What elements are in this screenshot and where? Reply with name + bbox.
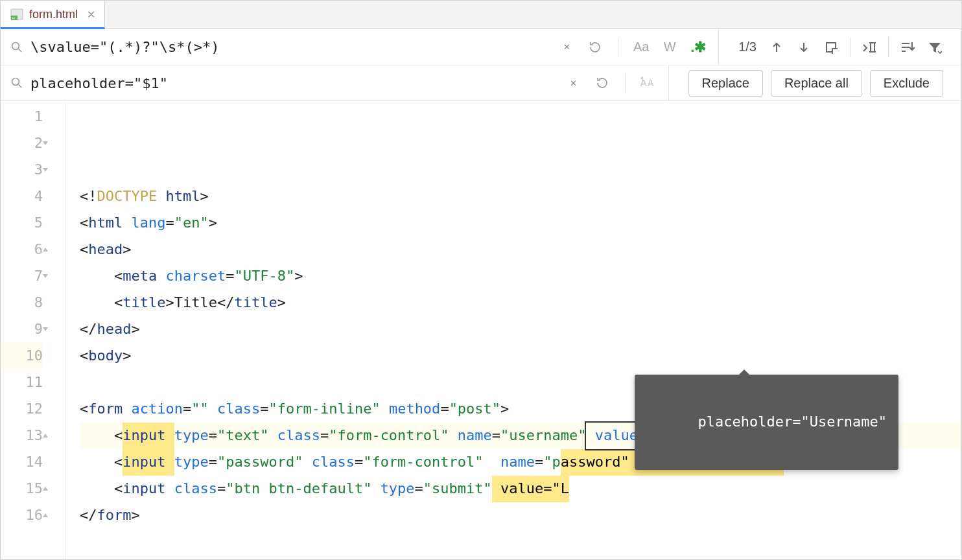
- editor-tab[interactable]: H form.html ✕: [1, 1, 105, 29]
- svg-text:A: A: [640, 78, 647, 88]
- code-line[interactable]: <input type="password" class="form-contr…: [80, 449, 961, 476]
- search-icon: [10, 76, 24, 90]
- find-right-panel: 1/3: [718, 29, 955, 65]
- select-all-icon[interactable]: [823, 39, 839, 56]
- replace-buttons: Replace Replace all Exclude: [668, 65, 956, 100]
- svg-marker-17: [929, 43, 941, 52]
- clear-find-icon[interactable]: ✕: [558, 39, 575, 56]
- find-row: ✕ Aa W .✱ 1/3: [1, 29, 961, 65]
- match-counter: 1/3: [738, 40, 757, 54]
- code-line[interactable]: <input class="btn btn-default" type="sub…: [80, 476, 961, 502]
- replace-all-button[interactable]: Replace all: [771, 70, 862, 97]
- svg-rect-8: [832, 49, 838, 54]
- svg-text:H: H: [12, 16, 15, 20]
- code-line[interactable]: <input type="text" class="form-control" …: [80, 423, 961, 449]
- code-line[interactable]: <form action="" class="form-inline" meth…: [80, 396, 961, 423]
- prev-match-icon[interactable]: [768, 39, 785, 56]
- next-match-icon[interactable]: [795, 39, 812, 56]
- exclude-button[interactable]: Exclude: [870, 70, 943, 97]
- find-history-icon[interactable]: [587, 39, 604, 56]
- code-line[interactable]: <meta charset="UTF-8">: [80, 263, 961, 290]
- html-file-icon: H: [10, 7, 24, 21]
- find-input[interactable]: [30, 39, 552, 55]
- replace-row-icons: ✕ AA: [565, 74, 662, 92]
- replace-row: ✕ AA Replace Replace all Exclude: [1, 65, 961, 100]
- code-line[interactable]: <html lang="en">: [80, 210, 961, 237]
- close-icon[interactable]: ✕: [87, 8, 95, 21]
- svg-point-3: [12, 42, 19, 49]
- svg-marker-27: [43, 434, 48, 438]
- filter-icon[interactable]: [926, 39, 943, 56]
- svg-text:A: A: [648, 78, 654, 88]
- code-line[interactable]: <body>: [80, 343, 961, 369]
- find-row-icons: ✕ Aa W .✱: [558, 38, 712, 56]
- code-line[interactable]: <title>Title</title>: [80, 290, 961, 316]
- svg-line-19: [19, 85, 22, 88]
- clear-replace-icon[interactable]: ✕: [565, 75, 582, 91]
- code-line[interactable]: <!DOCTYPE html>: [80, 183, 961, 210]
- svg-line-4: [19, 49, 22, 52]
- line-gutter: 12345678910111213141516: [1, 101, 65, 560]
- code-line[interactable]: <head>: [80, 237, 961, 263]
- code-editor[interactable]: 12345678910111213141516 placeholder="Use…: [1, 101, 961, 560]
- code-area[interactable]: placeholder="Username" <!DOCTYPE html><h…: [65, 101, 961, 560]
- code-line[interactable]: [80, 369, 961, 396]
- search-icon: [10, 40, 24, 54]
- svg-marker-24: [43, 248, 48, 251]
- match-case-icon[interactable]: Aa: [633, 39, 650, 56]
- replace-history-icon[interactable]: [594, 75, 611, 91]
- tab-label: form.html: [29, 8, 78, 21]
- code-line[interactable]: </form>: [80, 502, 961, 529]
- whole-word-icon[interactable]: W: [661, 39, 678, 56]
- multicursor-icon[interactable]: [861, 39, 878, 56]
- regex-icon[interactable]: .✱: [690, 39, 707, 56]
- preserve-case-icon[interactable]: AA: [640, 75, 657, 91]
- svg-marker-28: [43, 487, 48, 491]
- code-line[interactable]: </head>: [80, 316, 961, 343]
- code-line[interactable]: [80, 529, 961, 555]
- svg-marker-26: [43, 327, 48, 331]
- find-replace-panel: ✕ Aa W .✱ 1/3: [1, 29, 961, 101]
- replace-button[interactable]: Replace: [688, 70, 763, 97]
- svg-point-18: [12, 78, 19, 86]
- tab-bar: H form.html ✕: [1, 1, 961, 29]
- filter-list-icon[interactable]: [899, 39, 916, 56]
- svg-marker-23: [43, 168, 48, 172]
- svg-marker-22: [43, 141, 48, 145]
- svg-marker-29: [43, 513, 48, 517]
- svg-marker-25: [43, 274, 48, 278]
- code-line[interactable]: </body>: [80, 555, 961, 560]
- replace-input[interactable]: [30, 75, 559, 91]
